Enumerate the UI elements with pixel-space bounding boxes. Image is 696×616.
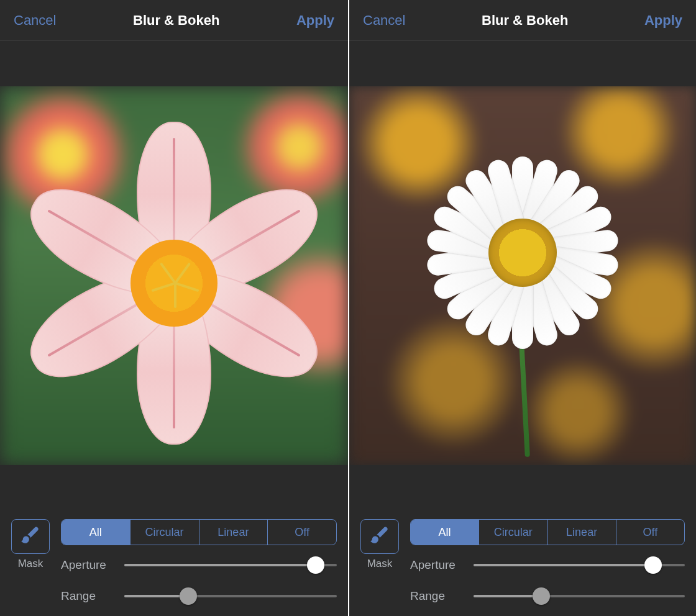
screen-title: Blur & Bokeh — [482, 12, 568, 29]
photo-canvas[interactable] — [0, 41, 348, 510]
blur-mode-segmented: AllCircularLinearOff — [61, 519, 337, 545]
segment-linear[interactable]: Linear — [548, 520, 616, 545]
aperture-label: Aperture — [61, 558, 114, 572]
controls-bar: Mask AllCircularLinearOff Aperture Range — [0, 510, 348, 616]
segment-linear[interactable]: Linear — [199, 520, 268, 545]
mask-button[interactable] — [360, 519, 399, 554]
apply-button[interactable]: Apply — [296, 12, 334, 29]
screen-title: Blur & Bokeh — [133, 12, 219, 29]
editor-pane-right: Cancel Blur & Bokeh Apply — [348, 0, 696, 616]
apply-button[interactable]: Apply — [644, 12, 682, 29]
segment-off[interactable]: Off — [616, 520, 684, 545]
aperture-slider[interactable] — [474, 564, 685, 566]
cancel-button[interactable]: Cancel — [14, 12, 56, 29]
editor-pane-left: Cancel Blur & Bokeh Apply — [0, 0, 348, 616]
mask-brush-icon — [369, 525, 390, 548]
segment-circular[interactable]: Circular — [479, 520, 547, 545]
cancel-button[interactable]: Cancel — [363, 12, 405, 29]
range-label: Range — [410, 589, 464, 603]
controls-bar: Mask AllCircularLinearOff Aperture Range — [349, 510, 696, 616]
photo-canvas[interactable] — [349, 41, 696, 510]
mask-button[interactable] — [11, 519, 50, 554]
range-slider[interactable] — [474, 595, 685, 597]
mask-label: Mask — [367, 558, 393, 570]
aperture-label: Aperture — [410, 558, 464, 572]
mask-brush-icon — [20, 525, 41, 548]
aperture-slider[interactable] — [124, 564, 337, 566]
header: Cancel Blur & Bokeh Apply — [0, 0, 348, 41]
photo-tulip — [0, 86, 348, 465]
range-slider[interactable] — [124, 595, 337, 597]
mask-label: Mask — [18, 558, 44, 570]
segment-all[interactable]: All — [62, 520, 130, 545]
photo-daisy — [349, 86, 696, 465]
header: Cancel Blur & Bokeh Apply — [349, 0, 696, 41]
segment-off[interactable]: Off — [268, 520, 336, 545]
range-label: Range — [61, 589, 114, 603]
segment-circular[interactable]: Circular — [130, 520, 199, 545]
segment-all[interactable]: All — [411, 520, 479, 545]
blur-mode-segmented: AllCircularLinearOff — [410, 519, 685, 545]
